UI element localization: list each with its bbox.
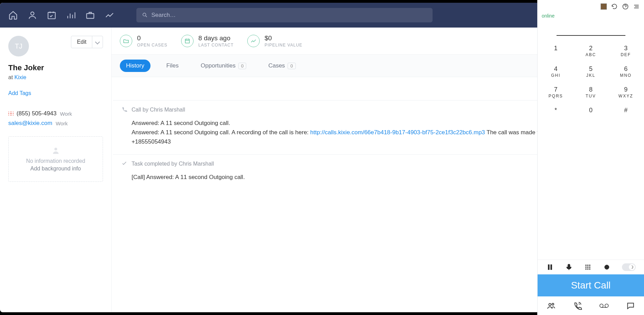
contacts-icon[interactable] bbox=[546, 301, 556, 310]
key-9[interactable]: 9WXYZ bbox=[610, 83, 642, 101]
calendar-check-icon[interactable] bbox=[47, 10, 56, 20]
key-1[interactable]: 1 bbox=[540, 42, 572, 60]
recording-link[interactable]: http://calls.kixie.com/66e7b418-9b17-490… bbox=[310, 129, 485, 136]
svg-point-17 bbox=[587, 269, 588, 270]
key-4[interactable]: 4GHI bbox=[540, 63, 572, 81]
left-panel: TJ Edit The Joker at Kixie Add Tags ∷∷∷∷… bbox=[0, 28, 112, 312]
person-icon[interactable] bbox=[28, 10, 37, 20]
moon-icon: ☽ bbox=[629, 264, 635, 270]
menu-icon[interactable] bbox=[633, 3, 640, 10]
email-label: Work bbox=[56, 120, 68, 126]
dnd-toggle[interactable]: ☽ bbox=[622, 263, 636, 271]
key-2[interactable]: 2ABC bbox=[575, 42, 607, 60]
search-box[interactable] bbox=[136, 8, 433, 22]
start-call-button[interactable]: Start Call bbox=[538, 274, 644, 296]
stat-last-contact: 8 days agoLAST CONTACT bbox=[181, 34, 233, 48]
key-star[interactable]: * bbox=[540, 104, 572, 117]
tab-opportunities[interactable]: Opportunities0 bbox=[195, 60, 252, 72]
feed-call-l1: Answered: A 11 second Outgoing call. bbox=[132, 118, 602, 128]
bg-line1: No information recorded bbox=[14, 158, 97, 164]
person-silhouette-icon bbox=[52, 146, 60, 155]
call-history-icon[interactable] bbox=[572, 301, 583, 310]
key-6[interactable]: 6MNO bbox=[610, 63, 642, 81]
tab-files[interactable]: Files bbox=[160, 60, 185, 72]
svg-point-14 bbox=[587, 267, 588, 268]
contact-name: The Joker bbox=[8, 63, 103, 72]
key-pound[interactable]: # bbox=[610, 104, 642, 117]
svg-point-23 bbox=[605, 304, 609, 307]
key-7[interactable]: 7PQRS bbox=[540, 83, 572, 101]
feed-call-title: Call by Chris Marshall bbox=[132, 107, 185, 113]
record-icon[interactable] bbox=[603, 263, 611, 271]
dialer-panel: online 1 2ABC 3DEF 4GHI 5JKL 6MNO 7PQRS … bbox=[537, 0, 644, 315]
briefcase-icon[interactable] bbox=[85, 10, 95, 20]
key-0[interactable]: 0 bbox=[575, 104, 607, 117]
refresh-icon[interactable] bbox=[611, 3, 618, 10]
dialpad-icon[interactable]: ∷∷∷∷ bbox=[8, 112, 13, 116]
svg-point-11 bbox=[587, 265, 588, 266]
feed-item-task: Task completed by Chris Marshall 9 Mar [… bbox=[113, 154, 611, 189]
feed-item-call: Call by Chris Marshall 9 Mar Answered: A… bbox=[113, 100, 611, 154]
key-8[interactable]: 8TUV bbox=[575, 83, 607, 101]
key-3[interactable]: 3DEF bbox=[610, 42, 642, 60]
chevron-down-icon[interactable] bbox=[92, 36, 103, 48]
dialer-input[interactable] bbox=[557, 26, 625, 36]
key-5[interactable]: 5JKL bbox=[575, 63, 607, 81]
avatar: TJ bbox=[8, 36, 29, 56]
pause-icon[interactable] bbox=[546, 263, 554, 271]
stat-open-cases: 0OPEN CASES bbox=[120, 34, 167, 48]
dialpad-icon[interactable] bbox=[584, 263, 592, 271]
voicemail-icon[interactable] bbox=[599, 301, 609, 310]
help-icon[interactable] bbox=[622, 3, 629, 10]
tab-cases[interactable]: Cases0 bbox=[262, 60, 302, 72]
search-input[interactable] bbox=[151, 12, 427, 19]
svg-rect-8 bbox=[550, 265, 552, 270]
svg-point-18 bbox=[589, 269, 590, 270]
trend-icon bbox=[247, 35, 260, 47]
company-line: at Kixie bbox=[8, 74, 103, 81]
stat-pipeline: $0PIPELINE VALUE bbox=[247, 34, 302, 48]
svg-point-15 bbox=[589, 267, 590, 268]
svg-point-4 bbox=[54, 148, 57, 150]
svg-rect-7 bbox=[548, 265, 549, 270]
svg-point-20 bbox=[549, 304, 551, 306]
search-icon bbox=[142, 12, 148, 18]
company-link[interactable]: Kixie bbox=[14, 74, 27, 80]
svg-point-19 bbox=[604, 265, 609, 270]
feed-task-title: Task completed by Chris Marshall bbox=[132, 161, 214, 167]
feed-task-body: [Call] Answered: A 11 second Outgoing ca… bbox=[132, 172, 602, 182]
edit-label: Edit bbox=[71, 39, 92, 45]
avatar-thumbnail[interactable] bbox=[601, 3, 607, 10]
bars-icon[interactable] bbox=[66, 10, 76, 20]
svg-point-0 bbox=[31, 12, 34, 15]
trend-icon[interactable] bbox=[105, 10, 114, 20]
phone-icon bbox=[121, 106, 127, 114]
svg-point-3 bbox=[143, 13, 146, 16]
svg-point-13 bbox=[585, 267, 586, 268]
check-icon bbox=[121, 160, 127, 168]
mic-icon[interactable] bbox=[565, 263, 573, 271]
svg-point-22 bbox=[600, 304, 603, 307]
svg-point-21 bbox=[552, 303, 553, 305]
folder-icon bbox=[120, 35, 132, 47]
dialer-keypad: 1 2ABC 3DEF 4GHI 5JKL 6MNO 7PQRS 8TUV 9W… bbox=[538, 39, 644, 120]
chat-icon[interactable] bbox=[625, 301, 636, 310]
phone-number[interactable]: (855) 505-4943 bbox=[17, 110, 56, 117]
svg-rect-2 bbox=[87, 13, 94, 18]
phone-label: Work bbox=[60, 111, 72, 117]
edit-button[interactable]: Edit bbox=[71, 36, 103, 48]
tab-history[interactable]: History bbox=[120, 60, 150, 72]
svg-point-12 bbox=[589, 265, 590, 266]
add-tags-link[interactable]: Add Tags bbox=[8, 90, 103, 96]
svg-rect-5 bbox=[185, 39, 189, 43]
email-link[interactable]: sales@kixie.com bbox=[8, 120, 52, 127]
bg-add-link[interactable]: Add background info bbox=[14, 166, 97, 172]
home-icon[interactable] bbox=[8, 10, 18, 20]
svg-point-10 bbox=[585, 265, 586, 266]
svg-point-16 bbox=[585, 269, 586, 270]
background-card: No information recorded Add background i… bbox=[8, 136, 103, 182]
feed-call-l2: Answered: A 11 second Outgoing call. A r… bbox=[132, 128, 602, 146]
dialer-status: online bbox=[538, 13, 644, 21]
calendar-icon bbox=[181, 35, 194, 47]
